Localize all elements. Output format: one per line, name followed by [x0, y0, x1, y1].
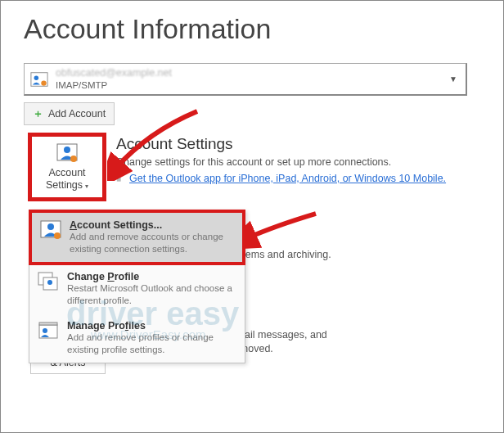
svg-rect-13: [39, 322, 57, 325]
account-email: obfuscated@example.net: [56, 67, 172, 80]
svg-rect-12: [39, 325, 57, 338]
dropdown-item-manage-profiles[interactable]: Manage Profiles Add and remove profiles …: [29, 313, 245, 363]
account-settings-label-1: Account: [48, 167, 85, 178]
svg-point-1: [34, 75, 39, 80]
svg-point-14: [43, 328, 47, 333]
svg-point-7: [47, 223, 54, 230]
contact-card-icon: [56, 142, 78, 164]
chevron-down-icon: ▾: [85, 183, 88, 190]
page-title: Account Information: [24, 13, 503, 45]
get-outlook-app-link[interactable]: Get the Outlook app for iPhone, iPad, An…: [129, 173, 446, 184]
account-settings-dropdown: Account Settings... Add and remove accou…: [29, 210, 245, 363]
svg-point-2: [41, 80, 46, 85]
dropdown-item-account-settings[interactable]: Account Settings... Add and remove accou…: [29, 210, 245, 265]
contact-card-icon: [40, 219, 61, 243]
profiles-icon: [38, 320, 59, 344]
dropdown-item-desc: Restart Microsoft Outlook and choose a d…: [67, 282, 236, 307]
svg-point-4: [64, 147, 70, 153]
plus-icon: ＋: [33, 106, 43, 121]
account-icon: [29, 70, 49, 88]
svg-point-11: [47, 280, 52, 285]
account-protocol: IMAP/SMTP: [56, 79, 172, 91]
dropdown-item-change-profile[interactable]: Change Profile Restart Microsoft Outlook…: [29, 264, 245, 313]
svg-point-5: [70, 156, 77, 162]
chevron-down-icon: ▼: [449, 74, 457, 83]
account-selector[interactable]: obfuscated@example.net IMAP/SMTP ▼: [24, 63, 467, 96]
add-account-button[interactable]: ＋ Add Account: [24, 102, 115, 125]
bullet-icon: ■: [116, 174, 121, 183]
add-account-label: Add Account: [48, 108, 106, 120]
section-desc: Change settings for this account or set …: [116, 156, 446, 168]
account-settings-button[interactable]: Account Settings▾: [29, 133, 106, 201]
dropdown-item-desc: Add and remove profiles or change existi…: [67, 332, 236, 356]
account-settings-label-2: Settings: [46, 179, 83, 191]
section-heading: Account Settings: [116, 135, 446, 153]
profile-swap-icon: [38, 271, 59, 295]
svg-point-8: [54, 232, 61, 239]
dropdown-item-desc: Add and remove accounts or change existi…: [70, 231, 234, 255]
